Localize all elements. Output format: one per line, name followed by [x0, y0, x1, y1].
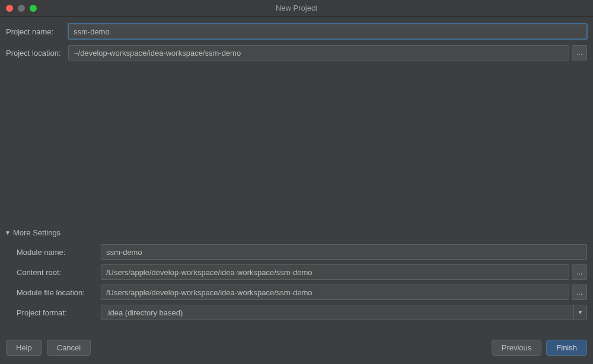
- more-settings-panel: Module name: Content root: ... Module fi…: [6, 244, 587, 325]
- project-format-dropdown[interactable]: .idea (directory based) ▼: [101, 305, 587, 320]
- project-location-browse-button[interactable]: ...: [572, 45, 587, 60]
- close-icon[interactable]: [6, 5, 13, 12]
- window-title: New Project: [276, 4, 317, 12]
- content-area: Project name: Project location: ... ▼ Mo…: [0, 17, 593, 325]
- help-button[interactable]: Help: [6, 340, 42, 356]
- project-format-value: .idea (directory based): [101, 308, 573, 317]
- module-file-location-label: Module file location:: [17, 288, 101, 297]
- module-file-location-browse-button[interactable]: ...: [572, 285, 587, 300]
- module-file-location-row: Module file location: ...: [17, 285, 587, 300]
- finish-button[interactable]: Finish: [546, 340, 587, 356]
- cancel-button[interactable]: Cancel: [47, 340, 91, 356]
- content-root-browse-button[interactable]: ...: [572, 264, 587, 280]
- more-settings-title: More Settings: [13, 228, 60, 237]
- project-location-input[interactable]: [68, 45, 569, 60]
- titlebar: New Project: [0, 0, 593, 17]
- project-format-row: Project format: .idea (directory based) …: [17, 305, 587, 320]
- window-controls: [0, 5, 37, 12]
- project-name-label: Project name:: [6, 27, 68, 36]
- module-name-label: Module name:: [17, 248, 101, 257]
- chevron-down-icon: ▼: [573, 305, 586, 320]
- module-name-input[interactable]: [101, 244, 587, 260]
- content-root-input[interactable]: [101, 264, 569, 280]
- content-root-row: Content root: ...: [17, 264, 587, 280]
- minimize-icon[interactable]: [18, 5, 25, 12]
- module-name-row: Module name:: [17, 244, 587, 260]
- button-bar: Help Cancel Previous Finish: [0, 331, 593, 364]
- module-file-location-input[interactable]: [101, 285, 569, 300]
- maximize-icon[interactable]: [30, 5, 37, 12]
- project-name-input[interactable]: [68, 24, 587, 39]
- project-format-label: Project format:: [17, 308, 101, 317]
- chevron-down-icon: ▼: [5, 229, 11, 236]
- content-root-label: Content root:: [17, 268, 101, 277]
- project-location-row: Project location: ...: [6, 45, 587, 60]
- project-location-label: Project location:: [6, 49, 68, 58]
- previous-button[interactable]: Previous: [492, 340, 542, 356]
- more-settings-toggle[interactable]: ▼ More Settings: [5, 228, 587, 237]
- project-name-row: Project name:: [6, 24, 587, 39]
